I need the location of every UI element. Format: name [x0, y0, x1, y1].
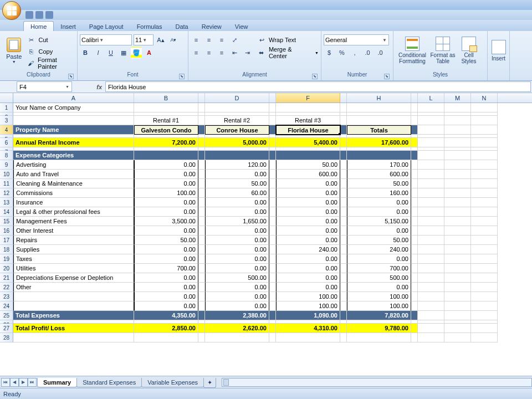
cell[interactable]: [444, 217, 471, 226]
currency-icon[interactable]: $: [324, 47, 335, 58]
row-header[interactable]: 15: [0, 217, 13, 226]
cell[interactable]: [444, 138, 471, 147]
cell[interactable]: 2,850.00: [134, 324, 198, 333]
cell[interactable]: [418, 333, 444, 342]
cell[interactable]: [411, 324, 418, 333]
tab-home[interactable]: Home: [23, 21, 54, 31]
cell[interactable]: 500.00: [205, 273, 269, 283]
cell[interactable]: [198, 333, 205, 342]
cell[interactable]: 0.00: [347, 198, 411, 207]
cell[interactable]: 240.00: [347, 245, 411, 254]
qat-redo-icon[interactable]: [45, 11, 53, 19]
cell[interactable]: [134, 103, 198, 112]
cell[interactable]: 0.00: [134, 301, 198, 311]
cell[interactable]: 0.00: [276, 273, 340, 283]
qat-save-icon[interactable]: [25, 11, 33, 19]
cell[interactable]: Depreciations Expense or Depletion: [13, 273, 134, 283]
cell[interactable]: [340, 264, 347, 273]
cell[interactable]: 0.00: [205, 292, 269, 301]
cell[interactable]: 0.00: [276, 188, 340, 198]
cell[interactable]: 240.00: [276, 245, 340, 254]
clipboard-launcher-icon[interactable]: ⬊: [68, 74, 74, 79]
cell[interactable]: 0.00: [205, 301, 269, 311]
cell[interactable]: 600.00: [347, 170, 411, 179]
shrink-font-icon[interactable]: A▾: [168, 34, 179, 45]
cell[interactable]: [471, 236, 498, 245]
cell[interactable]: [444, 207, 471, 217]
cell[interactable]: [198, 311, 205, 320]
cell[interactable]: [418, 236, 444, 245]
cell[interactable]: 0.00: [347, 283, 411, 292]
font-size-combo[interactable]: 11▼: [134, 34, 154, 45]
cell[interactable]: Conroe House: [205, 125, 269, 135]
cell[interactable]: 0.00: [205, 207, 269, 217]
cell[interactable]: [418, 264, 444, 273]
align-top-icon[interactable]: ≡: [191, 34, 202, 45]
merge-center-icon[interactable]: ⬌: [256, 47, 267, 58]
cell[interactable]: [444, 125, 471, 135]
cell[interactable]: 0.00: [134, 245, 198, 254]
cell[interactable]: [13, 333, 134, 342]
cell[interactable]: [444, 226, 471, 236]
cell[interactable]: 7,820.00: [347, 311, 411, 320]
cell[interactable]: [418, 151, 444, 160]
cell[interactable]: [444, 198, 471, 207]
cell[interactable]: 700.00: [347, 264, 411, 273]
cell[interactable]: Rental #1: [134, 116, 198, 125]
font-name-combo[interactable]: Calibri▼: [80, 34, 132, 45]
cell[interactable]: 500.00: [347, 273, 411, 283]
cell[interactable]: [418, 207, 444, 217]
cell[interactable]: [340, 116, 347, 125]
cell[interactable]: [471, 179, 498, 188]
row-header[interactable]: 23: [0, 292, 13, 301]
cell[interactable]: 50.00: [134, 236, 198, 245]
cell[interactable]: 50.00: [347, 179, 411, 188]
cell[interactable]: 0.00: [205, 264, 269, 273]
cell[interactable]: [269, 116, 276, 125]
cell[interactable]: 100.00: [134, 188, 198, 198]
cell[interactable]: 0.00: [134, 273, 198, 283]
cell[interactable]: [269, 264, 276, 273]
sheet-tab-variable[interactable]: Variable Expenses: [141, 378, 204, 387]
cell[interactable]: 0.00: [134, 170, 198, 179]
cell[interactable]: 1,650.00: [205, 217, 269, 226]
cell[interactable]: [418, 160, 444, 170]
cell[interactable]: [471, 292, 498, 301]
cell[interactable]: [471, 207, 498, 217]
formula-input[interactable]: Florida House: [105, 81, 531, 92]
cell[interactable]: [340, 217, 347, 226]
row-header[interactable]: 14: [0, 207, 13, 217]
number-launcher-icon[interactable]: ⬊: [384, 74, 390, 79]
row-header[interactable]: 25: [0, 311, 13, 320]
cell[interactable]: [269, 301, 276, 311]
cell[interactable]: [340, 198, 347, 207]
cell[interactable]: [471, 170, 498, 179]
cell[interactable]: [198, 188, 205, 198]
cell[interactable]: [347, 151, 411, 160]
underline-button[interactable]: U: [105, 47, 116, 58]
cell[interactable]: [340, 236, 347, 245]
row-header[interactable]: 18: [0, 245, 13, 254]
cell[interactable]: [471, 226, 498, 236]
cell[interactable]: [347, 333, 411, 342]
cell[interactable]: [340, 283, 347, 292]
sheet-nav-last-icon[interactable]: ⏭: [28, 378, 37, 387]
format-painter-label[interactable]: Format Painter: [38, 57, 75, 70]
cell[interactable]: [198, 198, 205, 207]
cell[interactable]: [444, 188, 471, 198]
cell[interactable]: Rental #2: [205, 116, 269, 125]
font-launcher-icon[interactable]: ⬊: [179, 74, 185, 79]
cell[interactable]: 0.00: [276, 217, 340, 226]
cell[interactable]: 7,200.00: [134, 138, 198, 147]
sheet-tab-summary[interactable]: Summary: [37, 378, 77, 387]
cell[interactable]: 4,350.00: [134, 311, 198, 320]
cell[interactable]: 50.00: [347, 236, 411, 245]
italic-button[interactable]: I: [93, 47, 104, 58]
cell[interactable]: [418, 324, 444, 333]
cell[interactable]: 0.00: [205, 245, 269, 254]
cell[interactable]: 0.00: [347, 226, 411, 236]
cell[interactable]: [198, 138, 205, 147]
dec-decimal-icon[interactable]: .0: [375, 47, 386, 58]
cell[interactable]: [471, 264, 498, 273]
cell[interactable]: [134, 333, 198, 342]
